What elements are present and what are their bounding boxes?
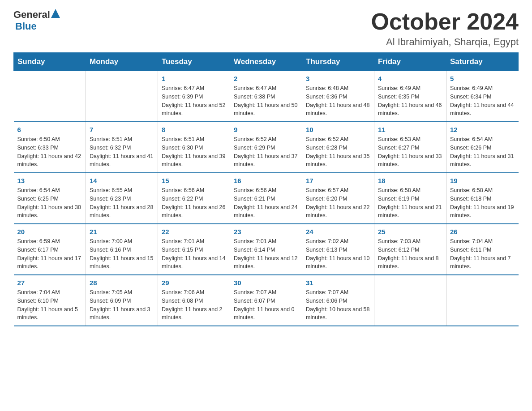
day-cell: 26Sunrise: 7:04 AMSunset: 6:11 PMDayligh…	[446, 224, 519, 275]
day-cell: 13Sunrise: 6:54 AMSunset: 6:25 PMDayligh…	[14, 173, 86, 224]
day-info: Sunrise: 6:48 AMSunset: 6:36 PMDaylight:…	[306, 84, 370, 118]
day-number: 14	[90, 177, 154, 184]
day-number: 21	[90, 228, 154, 235]
header-monday: Monday	[86, 53, 158, 71]
day-cell: 6Sunrise: 6:50 AMSunset: 6:33 PMDaylight…	[14, 122, 86, 173]
day-info: Sunrise: 6:51 AMSunset: 6:32 PMDaylight:…	[90, 135, 154, 169]
day-number: 12	[450, 126, 515, 133]
day-number: 13	[17, 177, 82, 184]
day-cell: 30Sunrise: 7:07 AMSunset: 6:07 PMDayligh…	[230, 275, 302, 326]
day-cell: 15Sunrise: 6:56 AMSunset: 6:22 PMDayligh…	[158, 173, 230, 224]
page-header: General Blue October 2024 Al Ibrahimiyah…	[13, 9, 519, 48]
title-area: October 2024 Al Ibrahimiyah, Sharqia, Eg…	[371, 9, 519, 48]
day-number: 1	[162, 75, 226, 82]
day-info: Sunrise: 6:58 AMSunset: 6:18 PMDaylight:…	[450, 186, 515, 220]
calendar-table: SundayMondayTuesdayWednesdayThursdayFrid…	[13, 52, 519, 326]
week-row-3: 13Sunrise: 6:54 AMSunset: 6:25 PMDayligh…	[14, 173, 519, 224]
day-cell: 28Sunrise: 7:05 AMSunset: 6:09 PMDayligh…	[86, 275, 158, 326]
header-saturday: Saturday	[446, 53, 519, 71]
day-info: Sunrise: 6:59 AMSunset: 6:17 PMDaylight:…	[17, 237, 82, 271]
day-cell: 31Sunrise: 7:07 AMSunset: 6:06 PMDayligh…	[302, 275, 374, 326]
day-info: Sunrise: 6:58 AMSunset: 6:19 PMDaylight:…	[378, 186, 442, 220]
day-number: 22	[162, 228, 226, 235]
day-info: Sunrise: 6:49 AMSunset: 6:34 PMDaylight:…	[450, 84, 515, 118]
day-cell: 18Sunrise: 6:58 AMSunset: 6:19 PMDayligh…	[374, 173, 446, 224]
day-info: Sunrise: 6:56 AMSunset: 6:21 PMDaylight:…	[234, 186, 298, 220]
day-cell: 7Sunrise: 6:51 AMSunset: 6:32 PMDaylight…	[86, 122, 158, 173]
day-number: 2	[234, 75, 298, 82]
day-cell: 10Sunrise: 6:52 AMSunset: 6:28 PMDayligh…	[302, 122, 374, 173]
day-number: 30	[234, 279, 298, 287]
day-cell: 8Sunrise: 6:51 AMSunset: 6:30 PMDaylight…	[158, 122, 230, 173]
page-subtitle: Al Ibrahimiyah, Sharqia, Egypt	[371, 36, 519, 48]
day-number: 8	[162, 126, 226, 133]
day-info: Sunrise: 6:55 AMSunset: 6:23 PMDaylight:…	[90, 186, 154, 220]
day-info: Sunrise: 6:53 AMSunset: 6:27 PMDaylight:…	[378, 135, 442, 169]
day-cell	[446, 275, 519, 326]
day-info: Sunrise: 7:01 AMSunset: 6:14 PMDaylight:…	[234, 237, 298, 271]
week-row-5: 27Sunrise: 7:04 AMSunset: 6:10 PMDayligh…	[14, 275, 519, 326]
page-title: October 2024	[371, 9, 519, 34]
day-info: Sunrise: 7:05 AMSunset: 6:09 PMDaylight:…	[90, 288, 154, 322]
day-number: 19	[450, 177, 515, 184]
header-tuesday: Tuesday	[158, 53, 230, 71]
day-number: 20	[17, 228, 82, 235]
day-cell: 4Sunrise: 6:49 AMSunset: 6:35 PMDaylight…	[374, 71, 446, 122]
day-info: Sunrise: 7:06 AMSunset: 6:08 PMDaylight:…	[162, 288, 226, 322]
day-number: 28	[90, 279, 154, 287]
day-cell: 17Sunrise: 6:57 AMSunset: 6:20 PMDayligh…	[302, 173, 374, 224]
day-number: 9	[234, 126, 298, 133]
header-wednesday: Wednesday	[230, 53, 302, 71]
day-number: 25	[378, 228, 442, 235]
day-cell: 29Sunrise: 7:06 AMSunset: 6:08 PMDayligh…	[158, 275, 230, 326]
day-number: 15	[162, 177, 226, 184]
day-info: Sunrise: 7:04 AMSunset: 6:10 PMDaylight:…	[17, 288, 82, 322]
day-cell: 21Sunrise: 7:00 AMSunset: 6:16 PMDayligh…	[86, 224, 158, 275]
header-thursday: Thursday	[302, 53, 374, 71]
day-cell: 12Sunrise: 6:54 AMSunset: 6:26 PMDayligh…	[446, 122, 519, 173]
day-number: 4	[378, 75, 442, 82]
week-row-4: 20Sunrise: 6:59 AMSunset: 6:17 PMDayligh…	[14, 224, 519, 275]
day-number: 26	[450, 228, 515, 235]
logo-blue-text: Blue	[15, 21, 37, 32]
day-number: 27	[17, 279, 82, 287]
day-number: 5	[450, 75, 515, 82]
day-info: Sunrise: 7:02 AMSunset: 6:13 PMDaylight:…	[306, 237, 370, 271]
day-info: Sunrise: 7:07 AMSunset: 6:07 PMDaylight:…	[234, 288, 298, 322]
day-info: Sunrise: 6:51 AMSunset: 6:30 PMDaylight:…	[162, 135, 226, 169]
day-cell: 9Sunrise: 6:52 AMSunset: 6:29 PMDaylight…	[230, 122, 302, 173]
calendar-header-row: SundayMondayTuesdayWednesdayThursdayFrid…	[14, 53, 519, 71]
svg-marker-0	[51, 9, 60, 18]
day-cell: 11Sunrise: 6:53 AMSunset: 6:27 PMDayligh…	[374, 122, 446, 173]
day-info: Sunrise: 6:54 AMSunset: 6:25 PMDaylight:…	[17, 186, 82, 220]
day-number: 29	[162, 279, 226, 287]
week-row-1: 1Sunrise: 6:47 AMSunset: 6:39 PMDaylight…	[14, 71, 519, 122]
day-cell: 20Sunrise: 6:59 AMSunset: 6:17 PMDayligh…	[14, 224, 86, 275]
logo-general-text: General	[13, 9, 50, 21]
day-info: Sunrise: 7:07 AMSunset: 6:06 PMDaylight:…	[306, 288, 370, 322]
logo: General Blue	[13, 9, 60, 32]
day-info: Sunrise: 7:01 AMSunset: 6:15 PMDaylight:…	[162, 237, 226, 271]
day-cell: 2Sunrise: 6:47 AMSunset: 6:38 PMDaylight…	[230, 71, 302, 122]
day-number: 23	[234, 228, 298, 235]
day-number: 24	[306, 228, 370, 235]
day-number: 16	[234, 177, 298, 184]
day-cell: 22Sunrise: 7:01 AMSunset: 6:15 PMDayligh…	[158, 224, 230, 275]
day-info: Sunrise: 7:03 AMSunset: 6:12 PMDaylight:…	[378, 237, 442, 271]
day-info: Sunrise: 6:52 AMSunset: 6:28 PMDaylight:…	[306, 135, 370, 169]
day-cell	[14, 71, 86, 122]
logo-icon	[51, 9, 60, 20]
day-number: 17	[306, 177, 370, 184]
day-cell: 14Sunrise: 6:55 AMSunset: 6:23 PMDayligh…	[86, 173, 158, 224]
week-row-2: 6Sunrise: 6:50 AMSunset: 6:33 PMDaylight…	[14, 122, 519, 173]
day-info: Sunrise: 7:04 AMSunset: 6:11 PMDaylight:…	[450, 237, 515, 271]
day-cell: 27Sunrise: 7:04 AMSunset: 6:10 PMDayligh…	[14, 275, 86, 326]
day-cell	[86, 71, 158, 122]
day-cell: 24Sunrise: 7:02 AMSunset: 6:13 PMDayligh…	[302, 224, 374, 275]
day-info: Sunrise: 6:54 AMSunset: 6:26 PMDaylight:…	[450, 135, 515, 169]
day-number: 18	[378, 177, 442, 184]
day-info: Sunrise: 6:57 AMSunset: 6:20 PMDaylight:…	[306, 186, 370, 220]
day-cell: 1Sunrise: 6:47 AMSunset: 6:39 PMDaylight…	[158, 71, 230, 122]
day-number: 11	[378, 126, 442, 133]
day-info: Sunrise: 6:56 AMSunset: 6:22 PMDaylight:…	[162, 186, 226, 220]
